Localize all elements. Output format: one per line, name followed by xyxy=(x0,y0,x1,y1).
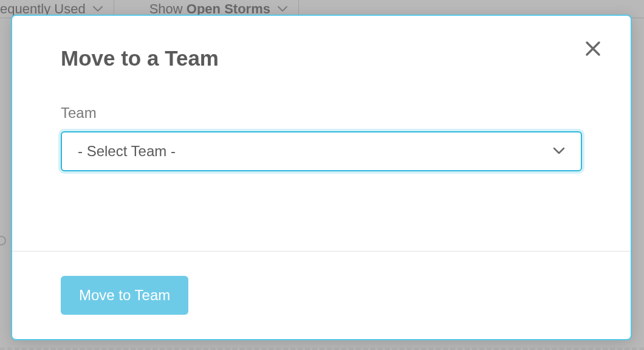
modal-body: Move to a Team Team - Select Team - xyxy=(12,16,631,251)
move-to-team-modal: Move to a Team Team - Select Team - Move… xyxy=(11,15,632,340)
modal-footer: Move to Team xyxy=(12,251,631,339)
close-icon xyxy=(584,40,601,57)
move-to-team-button[interactable]: Move to Team xyxy=(61,276,188,315)
close-button[interactable] xyxy=(584,40,601,57)
team-select[interactable]: - Select Team - xyxy=(61,131,582,171)
team-select-value: - Select Team - xyxy=(78,143,553,160)
team-field-label: Team xyxy=(61,105,582,122)
background-dashed-line xyxy=(0,348,644,350)
chevron-down-icon xyxy=(553,146,565,157)
modal-title: Move to a Team xyxy=(61,46,582,70)
